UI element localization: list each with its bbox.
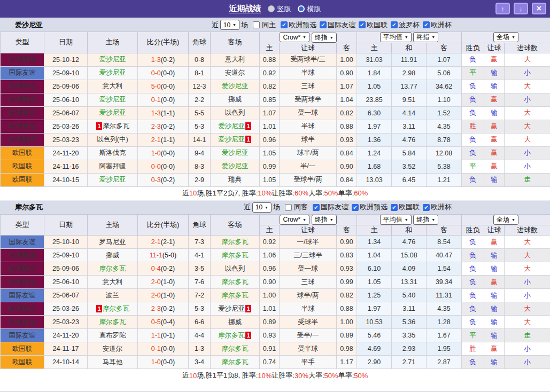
recent-count-select[interactable]: 10 ▼ [220, 20, 239, 30]
chevron-down-icon: ▼ [330, 36, 334, 40]
team-name: 挪威 [228, 318, 242, 326]
move-down-button[interactable]: ↓ [514, 3, 528, 14]
date-cell: 24-10-15 [44, 173, 88, 186]
radio-unchecked-icon[interactable] [268, 5, 275, 12]
goals-result-cell: 大 [505, 106, 550, 120]
type-cell: 欧洲预选 [1, 262, 44, 276]
league-filter-checkbox[interactable]: ✔ [423, 204, 430, 211]
handicap-cell: 半/一 [280, 160, 337, 173]
half-time-score: (1-0) [161, 292, 175, 299]
column-header-date: 日期 [44, 214, 88, 236]
full-time-score: 2-3 [151, 305, 161, 312]
away-odds-cell: 0.93 [337, 262, 357, 276]
full-time-score: 2-0 [151, 278, 161, 286]
bookmaker-select[interactable]: Crow*▼ [280, 215, 309, 225]
half-time-score: (2-1) [161, 238, 175, 246]
score-cell: 0-5(0-4) [138, 316, 189, 329]
date-cell: 25-06-07 [44, 106, 88, 120]
handicap-result-cell: 赢 [484, 120, 505, 133]
full-time-score: 11-1 [150, 252, 162, 259]
goals-result-cell: 走 [505, 173, 550, 186]
bookmaker-select[interactable]: Crow*▼ [280, 32, 309, 42]
league-filter-item[interactable]: ✔欧洲杯 [420, 20, 452, 30]
result-cell: 负 [462, 249, 484, 262]
final-odds-select[interactable]: 终指▼ [312, 215, 337, 225]
move-up-button[interactable]: ↑ [495, 3, 510, 14]
team-name: 挪威 [228, 96, 242, 103]
layout-radio-horizontal[interactable]: 横版 [298, 4, 321, 14]
handicap-result-cell: 输 [484, 329, 505, 342]
league-filter-item[interactable]: ✔欧国联 [355, 20, 388, 30]
league-filter-checkbox[interactable]: ✔ [359, 21, 366, 28]
goals-result-cell: 小 [505, 342, 550, 356]
type-cell: 国际友谊 [1, 66, 44, 80]
final-odds-select[interactable]: 终指▼ [413, 215, 438, 225]
close-button[interactable]: × [532, 3, 546, 14]
column-header-result: 胜负 [462, 225, 484, 236]
team-name: 爱沙尼亚 [99, 96, 126, 103]
team-name: 意大利 [103, 82, 123, 90]
score-cell: 0-4(0-2) [138, 262, 189, 276]
league-filter-checkbox[interactable]: ✔ [320, 21, 327, 28]
league-filter-item[interactable]: ✔欧洲杯 [420, 202, 452, 212]
league-filter-checkbox[interactable]: ✔ [391, 21, 398, 28]
date-cell: 25-09-06 [44, 80, 88, 93]
team-name: 意大利 [103, 278, 123, 286]
result-cell: 负 [462, 289, 484, 302]
layout-radio-vertical[interactable]: 竖版 [268, 4, 291, 14]
average-select[interactable]: 平均值▼ [380, 215, 412, 225]
corner-cell: 7-2 [189, 289, 211, 302]
league-filter-checkbox[interactable]: ✔ [352, 204, 359, 211]
radio-checked-icon[interactable] [298, 5, 305, 12]
recent-count-select[interactable]: 10 ▼ [252, 202, 272, 213]
red-card-badge: 1 [245, 136, 251, 143]
handicap-result-cell: 赢 [484, 133, 505, 146]
fulltime-select[interactable]: 全场▼ [493, 32, 518, 42]
league-filter-item[interactable]: ✔欧洲预选 [277, 20, 316, 30]
summary-segment: 大率: [308, 371, 324, 380]
score-cell: 0-3(0-2) [138, 173, 189, 186]
league-filter-item[interactable]: ✔波罗杯 [388, 20, 420, 30]
fulltime-value: 全场 [497, 215, 509, 224]
result-cell: 负 [462, 356, 484, 369]
team-name: 爱沙尼亚 [218, 305, 245, 312]
fulltime-select[interactable]: 全场▼ [493, 215, 518, 225]
filter-bar: 近 10 ▼ 场 同主 ✔欧洲预选✔国际友谊✔欧国联✔波罗杯✔欧洲杯 [212, 20, 452, 30]
same-venue-checkbox[interactable] [253, 21, 260, 28]
away-team-cell: 爱沙尼亚1 [211, 120, 260, 133]
avg-draw-cell: 2.71 [392, 356, 427, 369]
final-odds-select[interactable]: 终指▼ [312, 33, 337, 43]
league-filter-item[interactable]: ✔欧洲预选 [348, 202, 388, 212]
home-odds-cell: 1.01 [260, 302, 280, 316]
full-time-score: 0-5 [151, 318, 161, 326]
league-filter-item[interactable]: ✔欧国联 [388, 202, 420, 212]
goals-result-cell: 大 [505, 249, 550, 262]
same-venue-checkbox[interactable] [285, 204, 292, 211]
home-team-cell: 1摩尔多瓦 [88, 302, 138, 316]
league-filter-checkbox[interactable]: ✔ [423, 21, 430, 28]
avg-away-cell: 8.78 [427, 133, 462, 146]
away-odds-cell: 0.83 [337, 249, 357, 262]
type-cell: 欧国联 [1, 356, 44, 369]
league-filter-checkbox[interactable]: ✔ [281, 21, 288, 28]
average-select[interactable]: 平均值▼ [380, 32, 412, 42]
chevron-down-icon: ▼ [405, 35, 408, 39]
goals-result-cell: 大 [505, 236, 550, 249]
full-time-score: 2-1 [151, 136, 161, 144]
home-team-cell: 1摩尔多瓦 [88, 120, 138, 133]
column-header-type: 类型 [1, 214, 44, 236]
handicap-cell: 半球 [280, 302, 337, 316]
home-odds-cell: 1.05 [260, 173, 280, 186]
type-cell: 国际友谊 [1, 289, 44, 302]
league-filter-item[interactable]: ✔国际友谊 [309, 202, 348, 212]
final-odds-select[interactable]: 终指▼ [413, 32, 438, 42]
league-filter-checkbox[interactable]: ✔ [391, 204, 398, 211]
league-filter-item[interactable]: ✔国际友谊 [316, 20, 355, 30]
games-label: 场 [241, 20, 248, 30]
league-filter-checkbox[interactable]: ✔ [313, 204, 320, 211]
column-header-avg-home: 主 [357, 43, 392, 53]
avg-away-cell: 5.06 [427, 66, 462, 80]
corner-cell: 2-9 [189, 173, 211, 186]
radio-horizontal-label: 横版 [307, 4, 321, 14]
avg-home-cell: 6.30 [357, 106, 392, 120]
